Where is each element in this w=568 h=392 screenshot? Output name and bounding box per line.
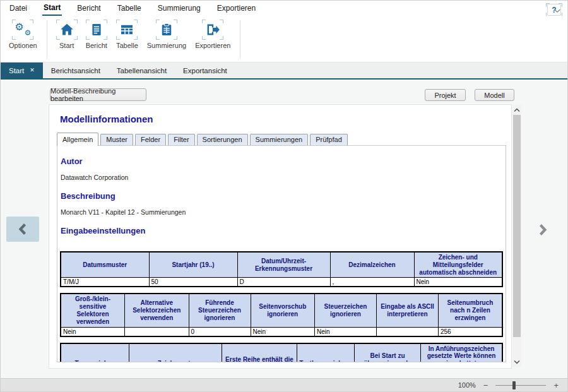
doc-tab-allgemein[interactable]: Allgemein — [57, 133, 98, 146]
zoom-slider[interactable] — [495, 381, 546, 389]
chevron-down-icon[interactable] — [553, 4, 561, 16]
table-cell: D — [237, 278, 330, 287]
scroll-down-icon[interactable] — [512, 357, 521, 367]
ribbon-button-optionen[interactable]: ⚙⚙Optionen — [4, 19, 42, 51]
column-header: In Anführungszeichen gesetzte Werte könn… — [421, 343, 503, 362]
menu-datei[interactable]: Datei — [8, 1, 28, 16]
table-cell: Nein — [61, 327, 125, 336]
ribbon: ⚙⚙OptionenStartBerichtTabelleSummierungE… — [1, 16, 567, 62]
view-tab-berichtsansicht[interactable]: Berichtsansicht — [43, 62, 109, 78]
doc-tab-prüfpfad[interactable]: Prüfpfad — [310, 134, 348, 145]
table-icon — [118, 21, 136, 39]
chevron-right-icon — [538, 223, 548, 236]
ribbon-button-label: Exportieren — [195, 42, 230, 49]
column-header: Zeichen- und Mitteilungsfelder automatis… — [414, 252, 502, 278]
column-header: Steuerzeichen ignorieren — [315, 294, 377, 327]
column-header: Trennzeichen — [61, 343, 129, 362]
summary-icon — [158, 21, 175, 39]
zoom-in-button[interactable]: + — [553, 381, 559, 389]
ribbon-button-label: Tabelle — [116, 42, 138, 49]
zoom-level: 100% — [458, 381, 476, 389]
export-icon — [204, 21, 222, 39]
table-cell: 50 — [149, 278, 237, 287]
column-header: Seitenvorschub ignorieren — [251, 294, 315, 327]
table-cell: , — [330, 278, 414, 287]
menu-start[interactable]: Start — [42, 1, 62, 16]
section-heading: Beschreibung — [61, 191, 502, 201]
vertical-scrollbar[interactable] — [512, 105, 521, 367]
next-page-button[interactable] — [534, 218, 552, 241]
table-header-row: DatumsmusterStartjahr (19..)Datum/Uhrzei… — [61, 252, 502, 278]
keytip-corners — [118, 21, 136, 39]
zoom-out-button[interactable]: − — [483, 381, 488, 389]
page-title: Modellinformationen — [60, 114, 153, 124]
column-header: Bei Start zu überspringende Zeilen — [355, 343, 421, 362]
table-row: Nein0NeinNein256 — [61, 327, 502, 336]
column-header: Führende Steuerzeichen ignorieren — [189, 294, 251, 327]
view-tab-label: Start — [9, 67, 24, 74]
menu-tabelle[interactable]: Tabelle — [116, 1, 143, 16]
scroll-up-icon[interactable] — [512, 105, 521, 115]
table-header-row: TrennzeichenZeichensatzErste Reihe enthä… — [61, 343, 502, 362]
settings-table-3: TrennzeichenZeichensatzErste Reihe enthä… — [60, 343, 503, 362]
zoom-slider-track — [495, 385, 546, 386]
ribbon-button-label: Optionen — [9, 42, 37, 49]
menu-bar: DateiStartBerichtTabelleSummierungExport… — [1, 1, 567, 16]
settings-table-2: Groß-/klein-sensitive Selektoren verwend… — [60, 293, 503, 336]
doc-tab-summierungen[interactable]: Summierungen — [250, 134, 309, 145]
menu-exportieren[interactable]: Exportieren — [216, 1, 257, 16]
table-cell: Nein — [414, 278, 502, 287]
view-tab-label: Berichtsansicht — [51, 67, 100, 74]
scrollbar-thumb[interactable] — [513, 115, 521, 337]
ribbon-button-start[interactable]: Start — [52, 19, 81, 51]
chevron-left-icon — [18, 223, 28, 235]
section-text: Datawatch Corporation — [61, 174, 502, 181]
doc-tab-muster[interactable]: Muster — [100, 134, 133, 145]
ribbon-group-separator — [47, 20, 47, 59]
edit-model-description-button[interactable]: Modell-Beschreibung bearbeiten — [50, 88, 146, 101]
project-button[interactable]: Projekt — [425, 89, 466, 101]
section-heading: Eingabeeinstellungen — [61, 226, 502, 235]
table-cell: 256 — [439, 327, 503, 336]
doc-tab-sortierungen[interactable]: Sortierungen — [197, 134, 248, 145]
close-icon[interactable]: ✕ — [30, 68, 35, 73]
content-area: Modell-Beschreibung bearbeiten Projekt M… — [1, 81, 567, 378]
column-header: Groß-/klein-sensitive Selektoren verwend… — [61, 294, 125, 327]
zoom-slider-thumb[interactable] — [512, 381, 516, 389]
app-window: DateiStartBerichtTabelleSummierungExport… — [0, 0, 568, 392]
doc-tab-felder[interactable]: Felder — [135, 134, 166, 145]
column-header: Startjahr (19..) — [149, 252, 237, 278]
column-header: Erste Reihe enthält die Spaltennamen — [222, 343, 297, 362]
previous-page-button[interactable] — [6, 217, 39, 242]
column-header: Alternative Selektorzeichen verwenden — [125, 294, 189, 327]
menu-bericht[interactable]: Bericht — [76, 1, 102, 16]
gears-icon: ⚙⚙ — [14, 21, 32, 39]
ribbon-button-tabelle[interactable]: Tabelle — [112, 19, 143, 51]
column-header: Zeichensatz — [129, 343, 222, 362]
table-cell: Nein — [315, 327, 377, 336]
ribbon-button-exportieren[interactable]: Exportieren — [191, 19, 235, 51]
model-info-tabs: AllgemeinMusterFelderFilterSortierungenS… — [57, 133, 348, 145]
home-icon — [58, 21, 76, 39]
view-tab-tabellenansicht[interactable]: Tabellenansicht — [109, 62, 175, 78]
ribbon-button-label: Bericht — [86, 42, 107, 49]
view-tab-start[interactable]: Start✕ — [1, 62, 43, 78]
column-header: Textkennzeichner — [297, 343, 355, 362]
section-heading: Autor — [61, 157, 502, 166]
tab-panel-allgemein: AutorDatawatch CorporationBeschreibungMo… — [57, 145, 506, 362]
doc-tab-filter[interactable]: Filter — [168, 134, 194, 145]
keytip-corners — [58, 21, 76, 39]
model-info-document: Modellinformationen AllgemeinMusterFelde… — [49, 104, 512, 369]
ribbon-button-bericht[interactable]: Bericht — [81, 19, 112, 51]
column-header: Datum/Uhrzeit-Erkennungsmuster — [237, 252, 330, 278]
ribbon-button-summierung[interactable]: Summierung — [143, 19, 191, 51]
menu-summierung[interactable]: Summierung — [157, 1, 202, 16]
keytip-corners — [158, 21, 175, 39]
report-icon — [88, 21, 105, 39]
table-header-row: Groß-/klein-sensitive Selektoren verwend… — [61, 294, 502, 327]
view-tab-exportansicht[interactable]: Exportansicht — [175, 62, 235, 78]
view-tab-bar: Start✕BerichtsansichtTabellenansichtExpo… — [1, 62, 567, 80]
ribbon-button-label: Start — [59, 42, 74, 49]
table-cell — [377, 327, 439, 336]
model-button[interactable]: Modell — [475, 89, 514, 101]
